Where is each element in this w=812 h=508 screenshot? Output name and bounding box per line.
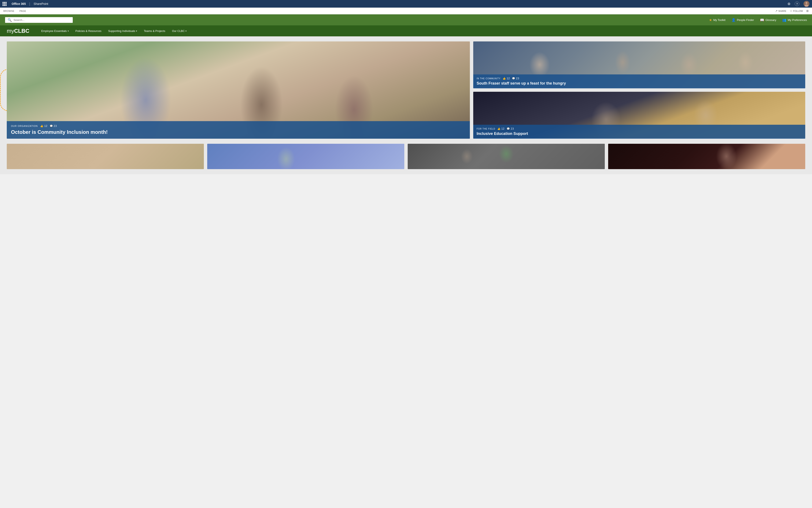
bottom-card-3-image — [408, 144, 605, 169]
bottom-card-2-image — [207, 144, 404, 169]
follow-icon: ☆ — [790, 9, 792, 12]
logo-suffix: CLBC — [14, 28, 29, 34]
like-count: 12 — [44, 125, 47, 127]
nav-label-teams-projects: Teams & Projects — [144, 29, 165, 33]
chevron-down-icon-3: ▾ — [186, 30, 187, 32]
side-card-1-comments: 💬 23 — [512, 77, 519, 80]
like-icon: 👍 — [40, 125, 44, 127]
layout-button[interactable]: ⊞ — [806, 9, 809, 12]
logo-prefix: my — [7, 28, 14, 34]
share-icon: ↗ — [775, 9, 777, 12]
star-icon: ★ — [709, 18, 712, 22]
bottom-card-2[interactable] — [207, 144, 404, 169]
browse-tab[interactable]: BROWSE — [3, 10, 14, 12]
search-bar: 🔍 ★ My Toolkit 👤 People Finder 📖 Glossar… — [0, 14, 812, 26]
side-card-1-tag: IN THE COMMUNITY 👍 12 💬 23 — [477, 77, 802, 80]
nav-label-policies-resources: Policies & Resources — [76, 29, 102, 33]
comment-count: 23 — [54, 125, 57, 127]
prefs-icon: 👥 — [782, 18, 786, 22]
my-preferences-label: My Preferences — [788, 18, 807, 22]
office-bar: Office 365 | SharePoint ⚙ ? — [0, 0, 812, 8]
comment-icon-3: 💬 — [506, 127, 510, 130]
side-card-1-stats: 👍 12 💬 23 — [503, 77, 519, 80]
site-logo[interactable]: myCLBC — [7, 28, 29, 34]
svg-point-1 — [805, 2, 808, 4]
side-card-1-category: IN THE COMMUNITY — [477, 77, 500, 80]
search-input[interactable] — [13, 18, 70, 22]
glossary-button[interactable]: 📖 Glossary — [760, 18, 776, 22]
side-card-2-tag: FOR THE FIELD 👍 12 💬 23 — [477, 127, 802, 130]
main-card-category: OUR ORGANIZATION — [11, 125, 38, 127]
side-card-2-category: FOR THE FIELD — [477, 128, 495, 130]
comment-count-3: 23 — [511, 127, 514, 130]
person-icon: 👤 — [731, 18, 736, 22]
action-bar: BROWSE PAGE ↗ SHARE ☆ FOLLOW ⊞ — [0, 8, 812, 14]
side-card-1-likes: 👍 12 — [503, 77, 510, 80]
main-card-title: October is Community Inclusion month! — [11, 129, 465, 135]
people-finder-label: People Finder — [737, 18, 754, 22]
main-feature-card[interactable]: OUR ORGANIZATION 👍 12 💬 23 October is Co… — [7, 41, 470, 139]
my-toolkit-label: My Toolkit — [713, 18, 726, 22]
bottom-card-4[interactable] — [608, 144, 805, 169]
nav-label-employee-essentials: Employee Essentials — [41, 29, 67, 33]
main-card-tag: OUR ORGANIZATION 👍 12 💬 23 — [11, 125, 465, 127]
page-tab[interactable]: PAGE — [19, 10, 26, 12]
my-preferences-button[interactable]: 👥 My Preferences — [782, 18, 807, 22]
side-card-2[interactable]: FOR THE FIELD 👍 12 💬 23 Inclusive Educat… — [473, 92, 805, 139]
people-finder-button[interactable]: 👤 People Finder — [731, 18, 754, 22]
toolbar-items: ★ My Toolkit 👤 People Finder 📖 Glossary … — [709, 18, 807, 22]
nav-item-teams-projects[interactable]: Teams & Projects — [140, 26, 168, 36]
comment-icon: 💬 — [50, 125, 53, 127]
like-icon-3: 👍 — [497, 127, 501, 130]
comment-icon-2: 💬 — [512, 77, 515, 80]
side-card-2-stats: 👍 12 💬 23 — [497, 127, 514, 130]
user-avatar[interactable] — [804, 1, 809, 7]
office-pipe: | — [29, 2, 30, 6]
side-card-1-title: South Fraser staff serve up a feast for … — [477, 81, 802, 86]
side-card-2-comments: 💬 23 — [506, 127, 514, 130]
bottom-card-4-image — [608, 144, 805, 169]
main-card-stats: 👍 12 💬 23 — [40, 125, 57, 127]
nav-item-policies-resources[interactable]: Policies & Resources — [72, 26, 105, 36]
settings-button[interactable]: ⚙ — [787, 2, 790, 6]
chevron-down-icon-2: ▾ — [136, 30, 137, 32]
comment-count-2: 23 — [516, 77, 519, 80]
share-label: SHARE — [778, 10, 786, 12]
main-card-overlay: OUR ORGANIZATION 👍 12 💬 23 October is Co… — [7, 121, 470, 139]
my-toolkit-button[interactable]: ★ My Toolkit — [709, 18, 726, 22]
book-icon: 📖 — [760, 18, 764, 22]
glossary-label: Glossary — [766, 18, 776, 22]
side-card-2-likes: 👍 12 — [497, 127, 504, 130]
app-launcher-icon[interactable] — [3, 2, 7, 6]
bottom-cards-row — [0, 144, 812, 174]
follow-button[interactable]: ☆ FOLLOW — [790, 9, 803, 12]
nav-item-supporting-individuals[interactable]: Supporting Individuals ▾ — [105, 26, 140, 36]
nav-label-our-clbc: Our CLBC — [172, 29, 185, 33]
sharepoint-label[interactable]: SharePoint — [34, 2, 48, 5]
side-card-2-title: Inclusive Education Support — [477, 131, 802, 136]
bottom-card-1[interactable] — [7, 144, 204, 169]
like-icon-2: 👍 — [503, 77, 506, 80]
nav-label-supporting-individuals: Supporting Individuals — [108, 29, 135, 33]
share-button[interactable]: ↗ SHARE — [775, 9, 786, 12]
hero-section: OUR ORGANIZATION 👍 12 💬 23 October is Co… — [0, 36, 812, 144]
layout-icon: ⊞ — [806, 9, 809, 12]
nav-item-our-clbc[interactable]: Our CLBC ▾ — [168, 26, 190, 36]
main-card-comments: 💬 23 — [50, 125, 57, 127]
bottom-card-1-image — [7, 144, 204, 169]
like-count-2: 12 — [506, 77, 510, 80]
action-bar-right: ↗ SHARE ☆ FOLLOW ⊞ — [775, 9, 809, 12]
search-icon: 🔍 — [8, 18, 12, 22]
main-card-likes: 👍 12 — [40, 125, 47, 127]
nav-item-employee-essentials[interactable]: Employee Essentials ▾ — [38, 26, 72, 36]
side-card-2-overlay: FOR THE FIELD 👍 12 💬 23 Inclusive Educat… — [473, 125, 805, 139]
help-button[interactable]: ? — [795, 1, 799, 6]
office-label[interactable]: Office 365 — [12, 2, 26, 5]
like-count-3: 12 — [501, 127, 504, 130]
nav-bar: myCLBC Employee Essentials ▾ Policies & … — [0, 26, 812, 36]
side-card-1[interactable]: IN THE COMMUNITY 👍 12 💬 23 South Fraser … — [473, 41, 805, 88]
follow-label: FOLLOW — [793, 10, 803, 12]
bottom-card-3[interactable] — [408, 144, 605, 169]
nav-items: Employee Essentials ▾ Policies & Resourc… — [38, 26, 190, 36]
search-wrapper: 🔍 — [5, 17, 73, 23]
